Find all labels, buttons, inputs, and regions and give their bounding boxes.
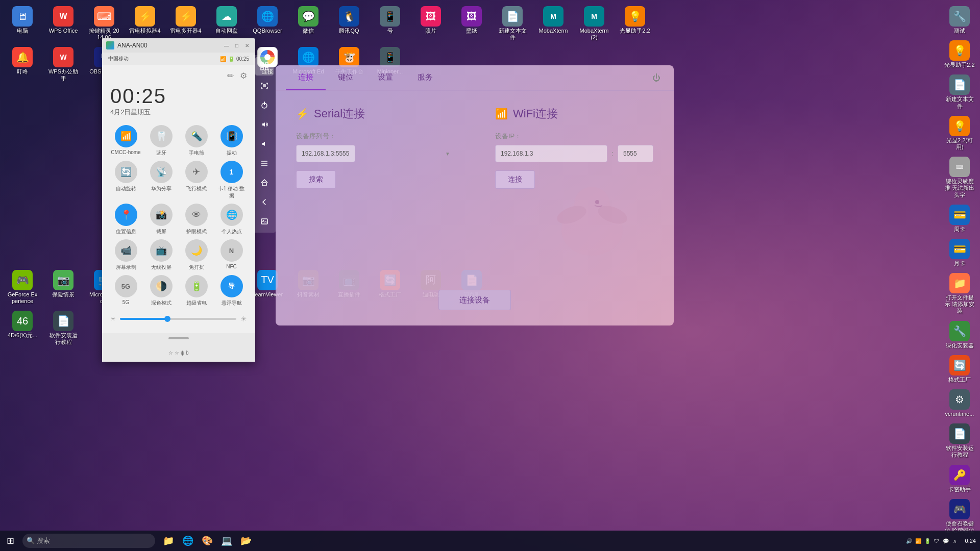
- side-image-button[interactable]: [255, 212, 274, 231]
- qs-airplane[interactable]: ✈ 飞行模式: [181, 161, 212, 199]
- desktop-icon-openwarn[interactable]: 📁 打开文件提示 请添加安装: [941, 271, 978, 317]
- qs-wifi-button[interactable]: 📶: [115, 125, 137, 147]
- qs-share[interactable]: 📡 华为分享: [145, 161, 177, 199]
- qs-wifi[interactable]: 📶 CMCC-home: [110, 125, 141, 157]
- desktop-icon-zhouka[interactable]: 💳 周卡: [941, 203, 978, 235]
- tray-expand[interactable]: ∧: [951, 537, 959, 545]
- desktop-icon-ceshi[interactable]: 🔧 测试: [941, 4, 978, 36]
- desktop-icon-textfile2[interactable]: 📄 新建文本文件: [941, 72, 978, 111]
- serial-search-button[interactable]: 搜索: [296, 170, 336, 189]
- desktop-icon-geforce[interactable]: 🎮 GeForce Experience: [4, 268, 41, 307]
- qs-flashlight-button[interactable]: 🔦: [185, 125, 208, 147]
- desktop-icon-wps[interactable]: W WPS Office: [45, 4, 82, 43]
- taskbar-search-box[interactable]: 🔍 搜索: [22, 534, 155, 548]
- qs-dnd-button[interactable]: 🌙: [185, 239, 208, 262]
- qs-vibrate-button[interactable]: 📳: [220, 125, 243, 147]
- side-volumeup-button[interactable]: [255, 115, 274, 134]
- wifi-port-input[interactable]: [618, 145, 653, 162]
- settings-icon[interactable]: ⚙: [240, 71, 247, 81]
- desktop-icon-vcruntime[interactable]: ⚙ vcruntime...: [941, 387, 978, 419]
- qs-powersave[interactable]: 🔋 超级省电: [181, 275, 212, 307]
- desktop-icon-install-tutorial[interactable]: 📄 软件安装运行教程: [941, 421, 978, 460]
- desktop-icon-moba2[interactable]: M MobaXterm (2): [576, 4, 612, 43]
- desktop-icon-cloud[interactable]: ☁ 自动网盘: [208, 4, 245, 43]
- qs-screenshot[interactable]: 📸 截屏: [145, 204, 177, 235]
- maximize-button[interactable]: □: [233, 41, 241, 49]
- side-power-button[interactable]: [255, 96, 274, 114]
- desktop-icon-greeninstall[interactable]: 🔧 绿化安装器: [941, 319, 978, 351]
- desktop-icon-qq[interactable]: 🐧 腾讯QQ: [331, 4, 368, 43]
- side-back-button[interactable]: [255, 193, 274, 211]
- qs-bluetooth-button[interactable]: 🦷: [150, 125, 173, 147]
- desktop-icon-sensitivity[interactable]: ⌨ 键位灵敏度推 无法新出头字: [941, 155, 978, 201]
- desktop-icon-baojianq[interactable]: 📷 保险情景: [45, 268, 82, 307]
- desktop-icon-wechat[interactable]: 💬 微信: [290, 4, 327, 43]
- qs-cast-button[interactable]: 📺: [150, 239, 173, 262]
- desktop-icon-dingdong[interactable]: 🔔 叮咚: [4, 45, 41, 84]
- tab-keymap[interactable]: 键位: [326, 65, 365, 90]
- qs-flashlight[interactable]: 🔦 手电筒: [181, 125, 212, 157]
- desktop-icon-photos[interactable]: 🖼 照片: [412, 4, 449, 43]
- desktop-icon-wallpaper[interactable]: 🖼 壁纸: [453, 4, 490, 43]
- qs-cast[interactable]: 📺 无线投屏: [145, 239, 177, 271]
- qs-darkmode-button[interactable]: 🌗: [150, 275, 173, 297]
- qs-hotspot-button[interactable]: 🌐: [220, 204, 243, 226]
- qs-location[interactable]: 📍 位置信息: [110, 204, 141, 235]
- desktop-icon-guangxian2[interactable]: 💡 光显助手2.2: [941, 38, 978, 70]
- desktop-icon-install-guide[interactable]: 📄 软件安装运行教程: [45, 309, 82, 347]
- qs-5g[interactable]: 5G 5G: [110, 275, 141, 307]
- qs-vibrate[interactable]: 📳 振动: [216, 125, 247, 157]
- qs-screenrecord[interactable]: 📹 屏幕录制: [110, 239, 141, 271]
- tab-settings[interactable]: 设置: [365, 65, 405, 90]
- connect-device-button[interactable]: 连接设备: [438, 290, 511, 310]
- taskbar-filemanager[interactable]: 📁: [159, 532, 178, 550]
- desktop-icon-guangxian3[interactable]: 💡 光显2.2(可用): [941, 114, 978, 153]
- qs-autorotate-button[interactable]: 🔄: [115, 161, 137, 183]
- qs-dnd[interactable]: 🌙 免打扰: [181, 239, 212, 271]
- qs-eyecomfort[interactable]: 👁 护眼模式: [181, 204, 212, 235]
- desktop-icon-qqbrowser[interactable]: 🌐 QQBrowser: [249, 4, 286, 43]
- desktop-icon-shiminggaohuan[interactable]: 🎮 使命召唤键位 哈鸡键位: [941, 497, 978, 536]
- desktop-icon-geshigongchang[interactable]: 🔄 格式工厂: [941, 353, 978, 385]
- close-button[interactable]: ✕: [243, 41, 251, 49]
- side-menu-button[interactable]: [255, 154, 274, 172]
- qs-powersave-button[interactable]: 🔋: [185, 275, 208, 297]
- qs-data[interactable]: 1 卡1 移动-数据: [216, 161, 247, 199]
- edit-icon[interactable]: ✏: [227, 71, 234, 81]
- wifi-ip-input[interactable]: [495, 145, 607, 162]
- side-home-button[interactable]: [255, 173, 274, 192]
- qs-location-button[interactable]: 📍: [115, 204, 137, 226]
- qs-floatnav[interactable]: 导 悬浮导航: [216, 275, 247, 307]
- qs-bluetooth[interactable]: 🦷 蓝牙: [145, 125, 177, 157]
- taskbar-edge[interactable]: 🌐: [179, 532, 197, 550]
- qs-screenrecord-button[interactable]: 📹: [115, 239, 137, 262]
- desktop-icon-leijian[interactable]: ⚡ 雷电模拟器4: [127, 4, 163, 43]
- taskbar-time[interactable]: 0:24: [965, 538, 976, 544]
- start-button[interactable]: ⊞: [0, 531, 20, 551]
- taskbar-paint[interactable]: 🎨: [198, 532, 216, 550]
- side-screenshot-button[interactable]: [255, 77, 274, 95]
- qs-nfc-button[interactable]: N: [220, 239, 243, 262]
- side-fullscreen-button[interactable]: [255, 57, 274, 76]
- desktop-icon-textfile[interactable]: 📄 新建文本文件: [494, 4, 531, 43]
- qs-nfc[interactable]: N NFC: [216, 239, 247, 271]
- qs-eyecomfort-button[interactable]: 👁: [185, 204, 208, 226]
- taskbar-explorer[interactable]: 📂: [237, 532, 255, 550]
- qs-data-button[interactable]: 1: [220, 161, 243, 183]
- desktop-icon-guangxian1[interactable]: 💡 光显助手2.2: [617, 4, 653, 43]
- desktop-icon-46jx[interactable]: 46 4D/6(X)元...: [4, 309, 41, 347]
- desktop-icon-kamizhangshou[interactable]: 🔑 卡密助手: [941, 463, 978, 495]
- brightness-thumb[interactable]: [164, 316, 170, 322]
- desktop-icon-anjian[interactable]: ⌨ 按键精灵 2014.06: [86, 4, 122, 43]
- side-volumedown-button[interactable]: [255, 135, 274, 153]
- desktop-icon-moba1[interactable]: M MobaXterm: [535, 4, 572, 43]
- qs-share-button[interactable]: 📡: [150, 161, 173, 183]
- desktop-icon-pc[interactable]: 🖥 电脑: [4, 4, 41, 43]
- qs-airplane-button[interactable]: ✈: [185, 161, 208, 183]
- qs-floatnav-button[interactable]: 导: [220, 275, 243, 297]
- qs-5g-button[interactable]: 5G: [115, 275, 137, 297]
- desktop-icon-leijian-multi[interactable]: ⚡ 雷电多开器4: [167, 4, 204, 43]
- desktop-icon-yueka[interactable]: 💳 月卡: [941, 237, 978, 269]
- qs-screenshot-button[interactable]: 📸: [150, 204, 173, 226]
- minimize-button[interactable]: —: [223, 41, 231, 49]
